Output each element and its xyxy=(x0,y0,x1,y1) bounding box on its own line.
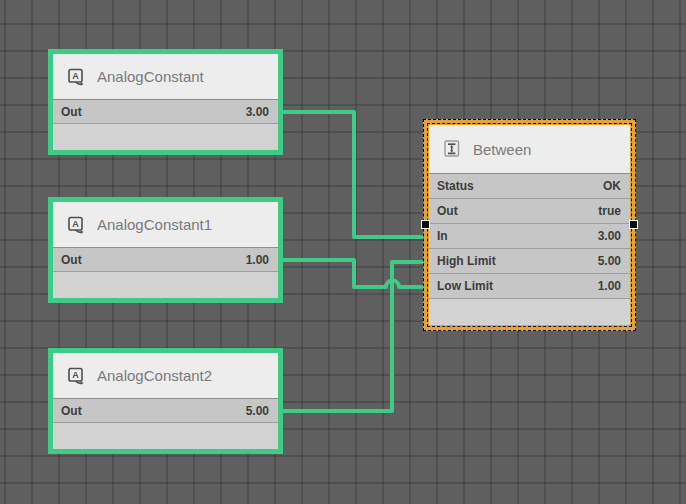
block-title: Between xyxy=(473,141,531,158)
block-title: AnalogConstant xyxy=(97,68,204,85)
slot-label: Out xyxy=(437,204,458,218)
selection-handle-right[interactable] xyxy=(629,220,638,229)
slot-value: 3.00 xyxy=(598,229,621,243)
block-header[interactable]: A AnalogConstant1 xyxy=(53,202,278,248)
svg-text:A: A xyxy=(72,219,79,229)
analog-constant-icon: A xyxy=(66,366,86,386)
block-footer xyxy=(53,272,278,298)
block-between[interactable]: Between Status OK Out true In 3.00 High … xyxy=(423,119,636,331)
slot-row-in[interactable]: In 3.00 xyxy=(429,224,630,249)
slot-row-out[interactable]: Out 3.00 xyxy=(53,100,278,124)
block-header[interactable]: A AnalogConstant xyxy=(53,54,278,100)
block-header[interactable]: A AnalogConstant2 xyxy=(53,353,278,399)
slot-value: 1.00 xyxy=(246,253,269,267)
block-footer xyxy=(429,299,630,325)
slot-value: 1.00 xyxy=(598,279,621,293)
slot-value: OK xyxy=(603,179,621,193)
block-title: AnalogConstant1 xyxy=(97,216,212,233)
slot-value: 5.00 xyxy=(598,254,621,268)
svg-text:A: A xyxy=(72,71,79,81)
slot-label: Status xyxy=(437,179,474,193)
slot-label: In xyxy=(437,229,448,243)
wire-analogconstant1-to-lowlimit[interactable] xyxy=(280,260,430,287)
block-header[interactable]: Between xyxy=(429,125,630,174)
slot-label: High Limit xyxy=(437,254,496,268)
slot-value: 5.00 xyxy=(246,404,269,418)
slot-row-high-limit[interactable]: High Limit 5.00 xyxy=(429,249,630,274)
analog-constant-icon: A xyxy=(66,215,86,235)
slot-label: Out xyxy=(61,105,82,119)
block-analogconstant2[interactable]: A AnalogConstant2 Out 5.00 xyxy=(48,348,283,454)
block-analogconstant1[interactable]: A AnalogConstant1 Out 1.00 xyxy=(48,197,283,303)
slot-row-out[interactable]: Out 5.00 xyxy=(53,399,278,423)
between-icon xyxy=(442,139,462,159)
svg-text:A: A xyxy=(72,370,79,380)
slot-label: Low Limit xyxy=(437,279,493,293)
slot-row-out[interactable]: Out true xyxy=(429,199,630,224)
slot-label: Out xyxy=(61,404,82,418)
slot-value: 3.00 xyxy=(246,105,269,119)
block-analogconstant[interactable]: A AnalogConstant Out 3.00 xyxy=(48,49,283,155)
wire-sheet-canvas[interactable]: A AnalogConstant Out 3.00 A xyxy=(0,0,686,504)
slot-value: true xyxy=(598,204,621,218)
selection-handle-left[interactable] xyxy=(421,220,430,229)
block-footer xyxy=(53,124,278,150)
wire-analogconstant-to-in[interactable] xyxy=(280,112,430,237)
block-title: AnalogConstant2 xyxy=(97,367,212,384)
slot-row-out[interactable]: Out 1.00 xyxy=(53,248,278,272)
analog-constant-icon: A xyxy=(66,67,86,87)
slot-label: Out xyxy=(61,253,82,267)
slot-row-status[interactable]: Status OK xyxy=(429,174,630,199)
block-footer xyxy=(53,423,278,449)
slot-row-low-limit[interactable]: Low Limit 1.00 xyxy=(429,274,630,299)
